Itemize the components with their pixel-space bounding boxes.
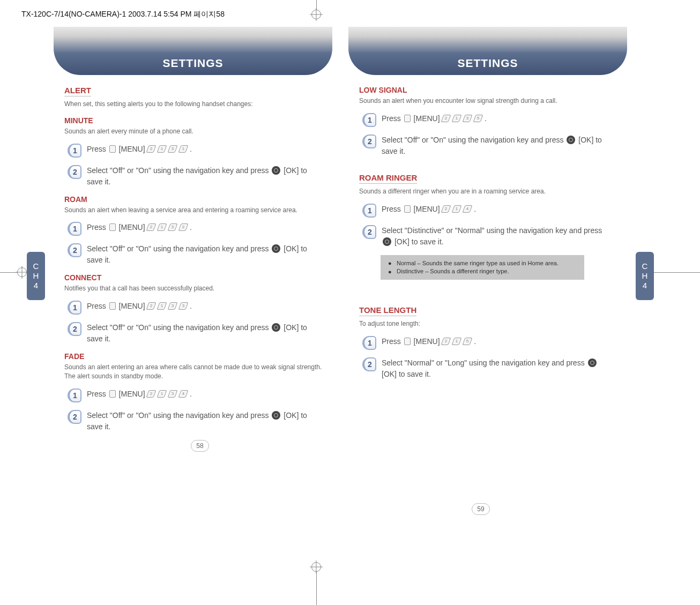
key-icon bbox=[441, 338, 451, 345]
key-icon bbox=[452, 115, 462, 122]
key-icon bbox=[463, 115, 473, 122]
minute-heading: MINUTE bbox=[64, 116, 332, 125]
ok-icon bbox=[588, 358, 597, 367]
key-icon bbox=[157, 390, 167, 398]
key-icon bbox=[178, 390, 189, 398]
tab-num: 4 bbox=[34, 281, 38, 290]
menu-icon bbox=[404, 115, 411, 122]
lowsig-intro: Sounds an alert when you encounter low s… bbox=[359, 96, 627, 106]
step-badge: 1 bbox=[68, 222, 81, 236]
key-icon bbox=[157, 145, 167, 153]
menu-icon bbox=[109, 302, 116, 310]
roamringer-heading: ROAM RINGER bbox=[359, 173, 417, 184]
note-line-2: Distinctive – Sounds a different ringer … bbox=[397, 267, 578, 275]
step-badge: 1 bbox=[362, 336, 376, 350]
key-icon bbox=[452, 205, 462, 213]
roamringer-note: ● ● Normal – Sounds the same ringer type… bbox=[381, 255, 584, 280]
connect-step-1: 1 Press [MENU] . bbox=[68, 301, 332, 315]
alert-intro: When set, this setting alerts you to the… bbox=[64, 100, 332, 109]
fade-step-1: 1 Press [MENU] . bbox=[68, 389, 332, 402]
tonelen-step-2: 2 Select "Normal" or "Long" using the na… bbox=[362, 357, 627, 380]
menu-icon bbox=[404, 338, 411, 345]
title-bar-right: SETTINGS bbox=[348, 27, 627, 75]
step-badge: 1 bbox=[362, 204, 376, 218]
key-icon bbox=[441, 205, 451, 213]
step-badge: 2 bbox=[362, 135, 376, 148]
roamringer-step-1: 1 Press [MENU] . bbox=[362, 204, 627, 218]
step-badge: 1 bbox=[362, 113, 376, 127]
step-badge: 2 bbox=[68, 165, 81, 179]
roam-intro: Sounds an alert when leaving a service a… bbox=[64, 206, 332, 215]
ok-icon bbox=[272, 323, 280, 332]
key-icon bbox=[441, 115, 451, 122]
step-badge: 2 bbox=[68, 243, 81, 257]
tab-c: C bbox=[33, 262, 39, 271]
key-icon bbox=[168, 145, 178, 153]
page-number-left: 58 bbox=[191, 440, 209, 452]
tab-num: 4 bbox=[643, 281, 647, 290]
connect-step-2: 2 Select "Off" or "On" using the navigat… bbox=[68, 322, 332, 345]
page-number-right: 59 bbox=[472, 503, 490, 515]
menu-icon bbox=[109, 390, 116, 398]
roamringer-step-2: 2 Select "Distinctive" or "Normal" using… bbox=[362, 225, 627, 248]
tonelen-heading: TONE LENGTH bbox=[359, 305, 416, 316]
roam-step-1: 1 Press [MENU] . bbox=[68, 222, 332, 236]
ok-icon bbox=[272, 411, 280, 420]
menu-icon bbox=[404, 205, 411, 213]
ok-icon bbox=[567, 136, 575, 144]
note-line-1: Normal – Sounds the same ringer type as … bbox=[397, 259, 578, 267]
ok-icon bbox=[272, 244, 280, 253]
roam-step-2: 2 Select "Off" or "On" using the navigat… bbox=[68, 243, 332, 266]
ok-icon bbox=[272, 166, 280, 175]
key-icon bbox=[168, 223, 178, 231]
key-icon bbox=[473, 115, 483, 122]
connect-heading: CONNECT bbox=[64, 273, 332, 282]
fade-intro: Sounds an alert entering an area where c… bbox=[64, 363, 332, 381]
bullet-icon: ● bbox=[388, 259, 392, 267]
key-icon bbox=[146, 302, 157, 310]
key-icon bbox=[146, 223, 157, 231]
tonelen-intro: To adjust tone length: bbox=[359, 319, 627, 328]
connect-intro: Notifies you that a call has been succes… bbox=[64, 284, 332, 293]
title-text: SETTINGS bbox=[457, 57, 518, 70]
page-left: SETTINGS C H 4 ALERT When set, this sett… bbox=[54, 16, 332, 515]
fade-heading: FADE bbox=[64, 352, 332, 361]
minute-intro: Sounds an alert every minute of a phone … bbox=[64, 127, 332, 136]
title-bar-left: SETTINGS bbox=[54, 27, 332, 75]
ok-icon bbox=[383, 237, 391, 246]
step-badge: 2 bbox=[362, 225, 376, 239]
key-icon bbox=[168, 390, 178, 398]
step-badge: 2 bbox=[362, 357, 376, 371]
lowsig-step-1: 1 Press [MENU] . bbox=[362, 113, 627, 127]
step-badge: 1 bbox=[68, 301, 81, 315]
key-icon bbox=[463, 205, 473, 213]
key-icon bbox=[463, 338, 473, 345]
key-icon bbox=[178, 223, 189, 231]
minute-step-2: 2 Select "Off" or "On" using the navigat… bbox=[68, 165, 332, 188]
lowsig-heading: LOW SIGNAL bbox=[359, 86, 627, 94]
step-badge: 1 bbox=[68, 389, 81, 402]
key-icon bbox=[178, 145, 189, 153]
key-icon bbox=[146, 145, 157, 153]
menu-icon bbox=[109, 223, 116, 231]
tab-c: C bbox=[642, 262, 648, 271]
chapter-tab-right: C H 4 bbox=[636, 252, 654, 300]
step-badge: 1 bbox=[68, 144, 81, 158]
fade-step-2: 2 Select "Off" or "On" using the navigat… bbox=[68, 410, 332, 432]
step-badge: 2 bbox=[68, 410, 81, 424]
page-right: SETTINGS C H 4 LOW SIGNAL Sounds an aler… bbox=[348, 16, 627, 515]
bullet-icon: ● bbox=[388, 268, 392, 276]
key-icon bbox=[157, 302, 167, 310]
roam-heading: ROAM bbox=[64, 195, 332, 204]
minute-step-1: 1 Press [MENU] . bbox=[68, 144, 332, 158]
alert-heading: ALERT bbox=[64, 86, 91, 96]
roamringer-intro: Sounds a different ringer when you are i… bbox=[359, 187, 627, 196]
step-badge: 2 bbox=[68, 322, 81, 336]
key-icon bbox=[146, 390, 157, 398]
key-icon bbox=[157, 223, 167, 231]
tab-h: H bbox=[33, 271, 39, 281]
chapter-tab-left: C H 4 bbox=[27, 252, 45, 300]
lowsig-step-2: 2 Select "Off" or "On" using the navigat… bbox=[362, 135, 627, 157]
menu-icon bbox=[109, 145, 116, 153]
key-icon bbox=[452, 338, 462, 345]
